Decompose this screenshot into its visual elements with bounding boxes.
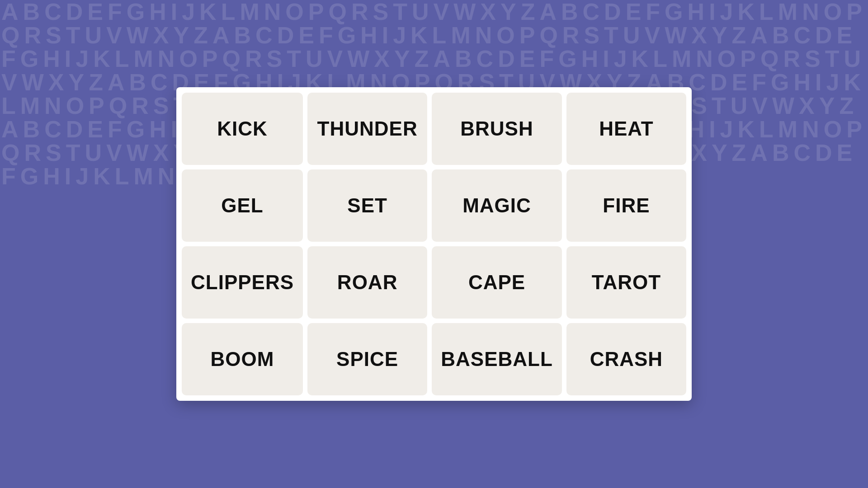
word-label-gel: GEL (221, 194, 263, 217)
word-label-thunder: THUNDER (317, 117, 418, 140)
word-grid: KICKTHUNDERBRUSHHEATGELSETMAGICFIRECLIPP… (182, 93, 686, 395)
word-label-brush: BRUSH (460, 117, 533, 140)
word-label-heat: HEAT (599, 117, 654, 140)
word-card-brush[interactable]: BRUSH (432, 93, 562, 165)
word-card-set[interactable]: SET (307, 169, 427, 242)
word-label-tarot: TAROT (592, 271, 661, 294)
word-label-baseball: BASEBALL (441, 348, 553, 371)
word-label-cape: CAPE (468, 271, 525, 294)
word-label-kick: KICK (217, 117, 268, 140)
word-card-tarot[interactable]: TAROT (566, 246, 686, 319)
word-card-roar[interactable]: ROAR (307, 246, 427, 319)
word-card-fire[interactable]: FIRE (566, 169, 686, 242)
word-card-heat[interactable]: HEAT (566, 93, 686, 165)
word-label-crash: CRASH (590, 348, 663, 371)
word-card-boom[interactable]: BOOM (182, 323, 303, 395)
word-card-magic[interactable]: MAGIC (432, 169, 562, 242)
word-label-boom: BOOM (211, 348, 274, 371)
word-card-baseball[interactable]: BASEBALL (432, 323, 562, 395)
word-label-spice: SPICE (336, 348, 398, 371)
word-card-gel[interactable]: GEL (182, 169, 303, 242)
word-label-roar: ROAR (337, 271, 398, 294)
word-card-clippers[interactable]: CLIPPERS (182, 246, 303, 319)
word-label-fire: FIRE (603, 194, 650, 217)
word-card-kick[interactable]: KICK (182, 93, 303, 165)
word-card-cape[interactable]: CAPE (432, 246, 562, 319)
word-label-magic: MAGIC (462, 194, 531, 217)
word-label-set: SET (347, 194, 387, 217)
card-panel: KICKTHUNDERBRUSHHEATGELSETMAGICFIRECLIPP… (176, 87, 692, 401)
word-card-crash[interactable]: CRASH (566, 323, 686, 395)
word-label-clippers: CLIPPERS (191, 271, 294, 294)
word-card-thunder[interactable]: THUNDER (307, 93, 427, 165)
word-card-spice[interactable]: SPICE (307, 323, 427, 395)
